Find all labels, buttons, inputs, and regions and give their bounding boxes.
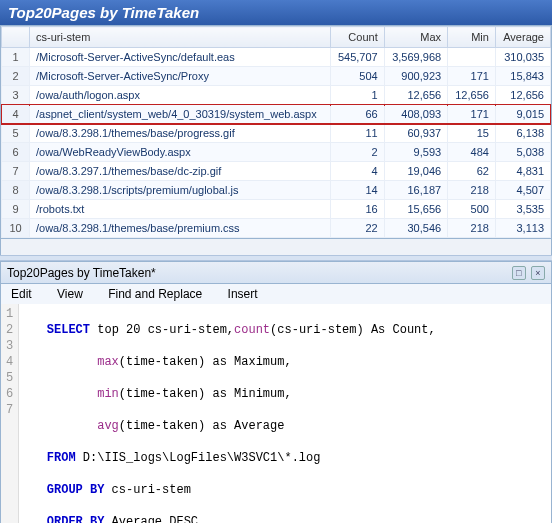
col-max[interactable]: Max [384,27,447,48]
cell-max: 15,656 [384,200,447,219]
code-text: D:\IIS_logs\LogFiles\W3SVC1\*.log [76,451,321,465]
cell-stem: /robots.txt [30,200,331,219]
cell-stem: /owa/8.3.298.1/scripts/premium/uglobal.j… [30,181,331,200]
code-text: (cs-uri-stem) As Count, [270,323,436,337]
cell-min: 12,656 [448,86,496,105]
sql-code[interactable]: SELECT top 20 cs-uri-stem,count(cs-uri-s… [19,304,551,523]
col-count[interactable]: Count [330,27,384,48]
col-min[interactable]: Min [448,27,496,48]
cell-count: 22 [330,219,384,238]
cell-min: 15 [448,124,496,143]
cell-stem: /Microsoft-Server-ActiveSync/Proxy [30,67,331,86]
kw-orderby: ORDER BY [47,515,105,523]
table-scrollbar[interactable] [0,239,552,255]
cell-avg: 5,038 [495,143,550,162]
menu-edit[interactable]: Edit [11,287,32,301]
maximize-icon[interactable]: □ [512,266,526,280]
cell-avg: 6,138 [495,124,550,143]
col-stem[interactable]: cs-uri-stem [30,27,331,48]
row-number: 8 [2,181,30,200]
line-num: 3 [6,338,13,354]
cell-min [448,48,496,67]
cell-max: 3,569,968 [384,48,447,67]
table-row[interactable]: 2/Microsoft-Server-ActiveSync/Proxy50490… [2,67,551,86]
close-icon[interactable]: × [531,266,545,280]
cell-avg: 12,656 [495,86,550,105]
fn-min: min [97,387,119,401]
code-text: top 20 cs-uri-stem, [90,323,234,337]
results-table-container: cs-uri-stem Count Max Min Average 1/Micr… [0,25,552,239]
cell-stem: /owa/WebReadyViewBody.aspx [30,143,331,162]
cell-count: 4 [330,162,384,181]
cell-stem: /owa/8.3.298.1/themes/base/premium.css [30,219,331,238]
kw-groupby: GROUP BY [47,483,105,497]
row-number: 3 [2,86,30,105]
cell-stem: /aspnet_client/system_web/4_0_30319/syst… [30,105,331,124]
fn-count: count [234,323,270,337]
row-number: 10 [2,219,30,238]
query-panel-buttons: □ × [510,265,545,280]
row-number: 1 [2,48,30,67]
cell-count: 1 [330,86,384,105]
kw-from: FROM [47,451,76,465]
cell-avg: 310,035 [495,48,550,67]
cell-max: 9,593 [384,143,447,162]
col-avg[interactable]: Average [495,27,550,48]
sql-editor[interactable]: 1 2 3 4 5 6 7 SELECT top 20 cs-uri-stem,… [0,304,552,523]
cell-min: 484 [448,143,496,162]
query-panel-title: Top20Pages by TimeTaken* [7,266,156,280]
line-num: 4 [6,354,13,370]
cell-stem: /owa/auth/logon.aspx [30,86,331,105]
cell-count: 504 [330,67,384,86]
cell-avg: 3,535 [495,200,550,219]
code-text: Average DESC [104,515,198,523]
cell-stem: /owa/8.3.298.1/themes/base/progress.gif [30,124,331,143]
cell-max: 16,187 [384,181,447,200]
table-row[interactable]: 5/owa/8.3.298.1/themes/base/progress.gif… [2,124,551,143]
cell-max: 60,937 [384,124,447,143]
cell-max: 30,546 [384,219,447,238]
cell-avg: 9,015 [495,105,550,124]
fn-max: max [97,355,119,369]
cell-avg: 4,831 [495,162,550,181]
line-num: 6 [6,386,13,402]
table-row[interactable]: 3/owa/auth/logon.aspx112,65612,65612,656 [2,86,551,105]
cell-max: 408,093 [384,105,447,124]
table-row[interactable]: 9/robots.txt1615,6565003,535 [2,200,551,219]
query-menubar: Edit View Find and Replace Insert [0,284,552,304]
table-row[interactable]: 7/owa/8.3.297.1/themes/base/dc-zip.gif41… [2,162,551,181]
cell-count: 66 [330,105,384,124]
table-row[interactable]: 8/owa/8.3.298.1/scripts/premium/uglobal.… [2,181,551,200]
cell-min: 218 [448,181,496,200]
cell-avg: 3,113 [495,219,550,238]
cell-min: 62 [448,162,496,181]
cell-min: 218 [448,219,496,238]
line-gutter: 1 2 3 4 5 6 7 [1,304,19,523]
col-rownum[interactable] [2,27,30,48]
code-text: cs-uri-stem [104,483,190,497]
panel-title: Top20Pages by TimeTaken [0,0,552,25]
cell-max: 12,656 [384,86,447,105]
table-row[interactable]: 6/owa/WebReadyViewBody.aspx29,5934845,03… [2,143,551,162]
cell-avg: 15,843 [495,67,550,86]
cell-min: 171 [448,105,496,124]
cell-stem: /Microsoft-Server-ActiveSync/default.eas [30,48,331,67]
line-num: 2 [6,322,13,338]
menu-view[interactable]: View [57,287,83,301]
cell-count: 16 [330,200,384,219]
code-text: (time-taken) as Maximum, [119,355,292,369]
code-text: (time-taken) as Minimum, [119,387,292,401]
fn-avg: avg [97,419,119,433]
menu-insert[interactable]: Insert [228,287,258,301]
cell-count: 545,707 [330,48,384,67]
table-row[interactable]: 1/Microsoft-Server-ActiveSync/default.ea… [2,48,551,67]
table-row[interactable]: 10/owa/8.3.298.1/themes/base/premium.css… [2,219,551,238]
row-number: 4 [2,105,30,124]
row-number: 9 [2,200,30,219]
table-row[interactable]: 4/aspnet_client/system_web/4_0_30319/sys… [2,105,551,124]
row-number: 2 [2,67,30,86]
row-number: 7 [2,162,30,181]
line-num: 1 [6,306,13,322]
menu-find[interactable]: Find and Replace [108,287,202,301]
line-num: 5 [6,370,13,386]
